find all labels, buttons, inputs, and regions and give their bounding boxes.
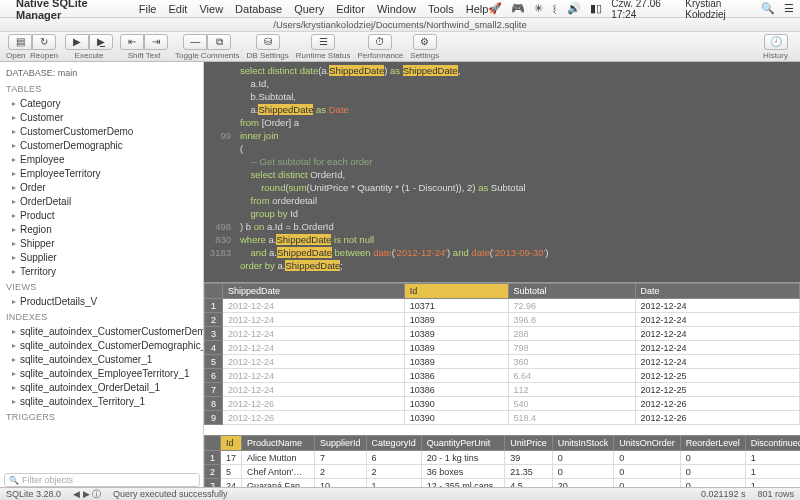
col-header[interactable]: ReorderLevel [680, 436, 745, 451]
history-button[interactable]: 🕘 [764, 34, 788, 50]
table-row[interactable]: 42012-12-24103897982012-12-24 [205, 341, 800, 355]
triggers-header: TRIGGERS [0, 408, 203, 424]
table-row[interactable]: 52012-12-24103893602012-12-24 [205, 355, 800, 369]
sql-editor[interactable]: 99 4988303183 27 select distinct date(a.… [204, 62, 800, 282]
sqlite-version: SQLite 3.28.0 [6, 489, 61, 499]
table-row[interactable]: 25Chef Anton'…2236 boxes21.350001Condime… [205, 465, 801, 479]
col-header[interactable]: Id [221, 436, 242, 451]
col-header[interactable]: SupplierId [315, 436, 367, 451]
app-name[interactable]: Native SQLite Manager [16, 0, 127, 21]
blockcomment-button[interactable]: ⧉ [207, 34, 231, 50]
col-header[interactable]: UnitsOnOrder [614, 436, 681, 451]
col-header[interactable] [205, 436, 221, 451]
table-row[interactable]: 22012-12-2410389396.82012-12-24 [205, 313, 800, 327]
status-timing: 0.021192 s [701, 489, 746, 499]
index-sqlite_autoindex_customercustomerdemo_1[interactable]: sqlite_autoindex_CustomerCustomerDemo_1 [0, 324, 203, 338]
menu-tools[interactable]: Tools [428, 3, 454, 15]
fan-icon[interactable]: ✳︎ [534, 2, 543, 15]
notifications-icon[interactable]: ☰ [784, 2, 794, 15]
runtimestatus-button[interactable]: ☰ [311, 34, 335, 50]
index-sqlite_autoindex_customerdemographic_1[interactable]: sqlite_autoindex_CustomerDemographic_1 [0, 338, 203, 352]
table-category[interactable]: Category [0, 96, 203, 110]
wifi-icon[interactable]: ⧙ [552, 3, 558, 15]
menu-query[interactable]: Query [294, 3, 324, 15]
col-header[interactable]: Discontinued [745, 436, 800, 451]
run-selection-button[interactable]: ▶̲ [89, 34, 113, 50]
reopen-button[interactable]: ↻ [32, 34, 56, 50]
table-employee[interactable]: Employee [0, 152, 203, 166]
col-header[interactable]: ShippedDate [223, 284, 405, 299]
col-header[interactable]: Date [635, 284, 799, 299]
table-row[interactable]: 12012-12-241037172.962012-12-24 [205, 299, 800, 313]
volume-icon[interactable]: 🔊 [567, 2, 581, 15]
table-row[interactable]: 62012-12-24103866.642012-12-25 [205, 369, 800, 383]
menu-file[interactable]: File [139, 3, 157, 15]
index-sqlite_autoindex_employeeterritory_1[interactable]: sqlite_autoindex_EmployeeTerritory_1 [0, 366, 203, 380]
table-supplier[interactable]: Supplier [0, 250, 203, 264]
table-territory[interactable]: Territory [0, 264, 203, 278]
database-label: DATABASE: main [0, 66, 203, 80]
table-region[interactable]: Region [0, 222, 203, 236]
system-status-icons: 🚀 🎮 ✳︎ ⧙ 🔊 ▮▯ Czw. 27.06 17:24 Krystian … [488, 0, 794, 20]
menu-window[interactable]: Window [377, 3, 416, 15]
col-header[interactable]: UnitsInStock [552, 436, 614, 451]
menu-editor[interactable]: Editor [336, 3, 365, 15]
sidebar: DATABASE: main TABLES CategoryCustomerCu… [0, 62, 204, 487]
table-orderdetail[interactable]: OrderDetail [0, 194, 203, 208]
index-sqlite_autoindex_orderdetail_1[interactable]: sqlite_autoindex_OrderDetail_1 [0, 380, 203, 394]
col-header[interactable] [205, 284, 223, 299]
results-table-2[interactable]: IdProductNameSupplierIdCategoryIdQuantit… [204, 435, 800, 487]
col-header[interactable]: ProductName [242, 436, 315, 451]
table-row[interactable]: 324Guaraná Fan…10112 - 355 ml cans4.5200… [205, 479, 801, 488]
index-sqlite_autoindex_customer_1[interactable]: sqlite_autoindex_Customer_1 [0, 352, 203, 366]
app-menus: File Edit View Database Query Editor Win… [139, 3, 489, 15]
open-button[interactable]: ▤ [8, 34, 32, 50]
spotlight-icon[interactable]: 🔍 [761, 2, 775, 15]
outdent-button[interactable]: ⇤ [120, 34, 144, 50]
col-header[interactable]: QuantityPerUnit [421, 436, 505, 451]
index-sqlite_autoindex_territory_1[interactable]: sqlite_autoindex_Territory_1 [0, 394, 203, 408]
table-shipper[interactable]: Shipper [0, 236, 203, 250]
table-row[interactable]: 32012-12-24103892882012-12-24 [205, 327, 800, 341]
indexes-header: INDEXES [0, 308, 203, 324]
indent-button[interactable]: ⇥ [144, 34, 168, 50]
menu-help[interactable]: Help [466, 3, 489, 15]
table-customer[interactable]: Customer [0, 110, 203, 124]
col-header[interactable]: Id [404, 284, 508, 299]
window-title: /Users/krystiankolodziej/Documents/North… [273, 19, 526, 30]
table-employeeterritory[interactable]: EmployeeTerritory [0, 166, 203, 180]
table-row[interactable]: 92012-12-2610390518.42012-12-26 [205, 411, 800, 425]
table-product[interactable]: Product [0, 208, 203, 222]
performance-button[interactable]: ⏱ [368, 34, 392, 50]
menu-database[interactable]: Database [235, 3, 282, 15]
table-customerdemographic[interactable]: CustomerDemographic [0, 138, 203, 152]
views-header: VIEWS [0, 278, 203, 294]
tables-header: TABLES [0, 80, 203, 96]
run-button[interactable]: ▶ [65, 34, 89, 50]
table-row[interactable]: 82012-12-26103905402012-12-26 [205, 397, 800, 411]
view-productdetails_v[interactable]: ProductDetails_V [0, 294, 203, 308]
comment-button[interactable]: — [183, 34, 207, 50]
controller-icon[interactable]: 🎮 [511, 2, 525, 15]
results-table-1[interactable]: ShippedDateIdSubtotalDate12012-12-241037… [204, 283, 800, 425]
col-header[interactable]: UnitPrice [505, 436, 553, 451]
rocket-icon[interactable]: 🚀 [488, 2, 502, 15]
table-order[interactable]: Order [0, 180, 203, 194]
dbsettings-button[interactable]: ⛁ [256, 34, 280, 50]
table-row[interactable]: 72012-12-24103861122012-12-25 [205, 383, 800, 397]
table-customercustomerdemo[interactable]: CustomerCustomerDemo [0, 124, 203, 138]
editor-code[interactable]: select distinct date(a.ShippedDate) as S… [236, 62, 800, 282]
menu-edit[interactable]: Edit [168, 3, 187, 15]
filter-objects-input[interactable]: Filter objects [4, 473, 200, 487]
col-header[interactable]: CategoryId [366, 436, 421, 451]
col-header[interactable]: Subtotal [508, 284, 635, 299]
status-message: Query executed successfully [113, 489, 228, 499]
clock[interactable]: Czw. 27.06 17:24 [611, 0, 676, 20]
menu-view[interactable]: View [199, 3, 223, 15]
battery-icon[interactable]: ▮▯ [590, 2, 602, 15]
status-controls[interactable]: ◀ ▶ ⓘ [73, 488, 101, 501]
settings-button[interactable]: ⚙ [413, 34, 437, 50]
results-pane[interactable]: ShippedDateIdSubtotalDate12012-12-241037… [204, 282, 800, 487]
user-name[interactable]: Krystian Kołodziej [685, 0, 752, 20]
table-row[interactable]: 117Alice Mutton7620 - 1 kg tins390001Mea… [205, 451, 801, 465]
